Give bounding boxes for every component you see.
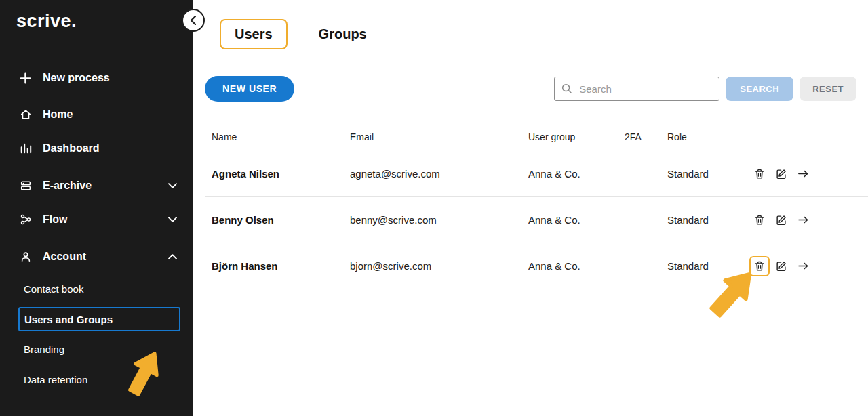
arrow-right-icon xyxy=(797,167,810,180)
main-content: Users Groups NEW USER SEARCH RESET Name … xyxy=(193,0,868,416)
tab-users[interactable]: Users xyxy=(220,19,288,49)
edit-user-button[interactable] xyxy=(771,210,791,230)
person-icon xyxy=(19,251,32,263)
sidebar-item-e-archive[interactable]: E-archive xyxy=(0,169,193,203)
new-user-button[interactable]: NEW USER xyxy=(205,76,294,102)
cell-email: agneta@scrive.com xyxy=(350,168,528,180)
column-header-role: Role xyxy=(667,131,741,142)
edit-icon xyxy=(775,214,787,226)
sidebar-item-label: Account xyxy=(43,251,86,263)
cell-email: bjorn@scrive.com xyxy=(350,260,528,272)
sidebar-item-account[interactable]: Account xyxy=(0,240,193,274)
sidebar-item-label: Contact book xyxy=(24,283,83,295)
arrow-right-icon xyxy=(797,213,810,226)
scrive-logo: scrive. xyxy=(0,0,193,32)
sidebar-item-users-and-groups[interactable]: Users and Groups xyxy=(18,307,180,331)
sidebar-item-label: Flow xyxy=(43,213,67,226)
cell-user-group: Anna & Co. xyxy=(528,260,625,272)
sidebar-item-data-retention[interactable]: Data retention xyxy=(0,365,193,395)
reset-button[interactable]: RESET xyxy=(800,77,856,101)
table-row: Björn Hansen bjorn@scrive.com Anna & Co.… xyxy=(205,243,868,289)
tab-groups[interactable]: Groups xyxy=(319,26,367,42)
arrow-right-icon xyxy=(797,259,810,272)
chevron-up-icon xyxy=(168,254,177,259)
sidebar-item-label: Dashboard xyxy=(43,142,100,154)
cell-role: Standard xyxy=(667,260,741,272)
sidebar-item-new-process[interactable]: New process xyxy=(0,62,193,94)
divider xyxy=(0,167,193,167)
table-row: Agneta Nilsen agneta@scrive.com Anna & C… xyxy=(205,151,868,197)
table-header: Name Email User group 2FA Role xyxy=(205,123,868,151)
search-area: SEARCH RESET xyxy=(554,77,856,101)
cell-user-group: Anna & Co. xyxy=(528,168,625,180)
sidebar-nav: New process Home Dashboard E-archive xyxy=(0,62,193,395)
edit-user-button[interactable] xyxy=(771,164,791,184)
row-actions xyxy=(741,164,868,184)
sidebar-item-branding[interactable]: Branding xyxy=(0,334,193,365)
flow-icon xyxy=(19,213,32,226)
sidebar-item-label: Users and Groups xyxy=(24,314,113,325)
search-button[interactable]: SEARCH xyxy=(726,77,793,101)
sidebar-collapse-button[interactable] xyxy=(182,9,205,32)
delete-user-button[interactable] xyxy=(749,256,770,276)
cell-name: Björn Hansen xyxy=(212,260,350,272)
column-header-name: Name xyxy=(212,131,350,142)
sidebar-item-label: Data retention xyxy=(24,374,87,386)
chevron-down-icon xyxy=(168,183,177,188)
sidebar: scrive. New process Home Dashboard xyxy=(0,0,193,416)
trash-icon xyxy=(753,214,766,226)
row-actions xyxy=(741,210,868,230)
chevron-down-icon xyxy=(168,217,177,222)
open-user-button[interactable] xyxy=(793,164,813,184)
tab-bar: Users Groups xyxy=(220,19,367,49)
delete-user-button[interactable] xyxy=(749,210,770,230)
table-row: Benny Olsen benny@scrive.com Anna & Co. … xyxy=(205,197,868,243)
sidebar-item-contact-book[interactable]: Contact book xyxy=(0,274,193,304)
sidebar-item-dashboard[interactable]: Dashboard xyxy=(0,131,193,165)
delete-user-button[interactable] xyxy=(749,164,770,184)
account-submenu: Contact book Users and Groups Branding D… xyxy=(0,274,193,395)
sidebar-item-label: Branding xyxy=(24,344,64,355)
column-header-email: Email xyxy=(350,131,528,142)
column-header-user-group: User group xyxy=(528,131,625,142)
cell-name: Agneta Nilsen xyxy=(212,168,350,180)
cell-name: Benny Olsen xyxy=(212,214,350,226)
cell-email: benny@scrive.com xyxy=(350,214,528,226)
trash-icon xyxy=(753,260,766,272)
cell-role: Standard xyxy=(667,168,741,180)
sidebar-item-label: Home xyxy=(43,108,73,121)
cell-role: Standard xyxy=(667,214,741,226)
edit-icon xyxy=(775,260,787,272)
divider xyxy=(0,96,193,96)
toolbar: NEW USER SEARCH RESET xyxy=(205,76,856,102)
plus-icon xyxy=(19,72,32,85)
trash-icon xyxy=(753,168,766,180)
sidebar-item-home[interactable]: Home xyxy=(0,98,193,131)
column-header-2fa: 2FA xyxy=(625,131,667,142)
sidebar-item-label: E-archive xyxy=(43,180,92,192)
chevron-left-icon xyxy=(191,16,196,25)
users-table: Name Email User group 2FA Role Agneta Ni… xyxy=(205,123,868,289)
cell-user-group: Anna & Co. xyxy=(528,214,625,226)
search-box xyxy=(554,77,719,101)
open-user-button[interactable] xyxy=(793,210,813,230)
home-icon xyxy=(19,108,32,121)
bar-chart-icon xyxy=(19,142,32,154)
divider xyxy=(0,238,193,238)
edit-icon xyxy=(775,168,787,180)
open-user-button[interactable] xyxy=(793,256,813,276)
edit-user-button[interactable] xyxy=(771,256,791,276)
search-input[interactable] xyxy=(554,77,719,101)
sidebar-item-label: New process xyxy=(43,72,110,84)
sidebar-item-flow[interactable]: Flow xyxy=(0,203,193,236)
archive-icon xyxy=(19,180,32,192)
row-actions xyxy=(741,256,868,276)
